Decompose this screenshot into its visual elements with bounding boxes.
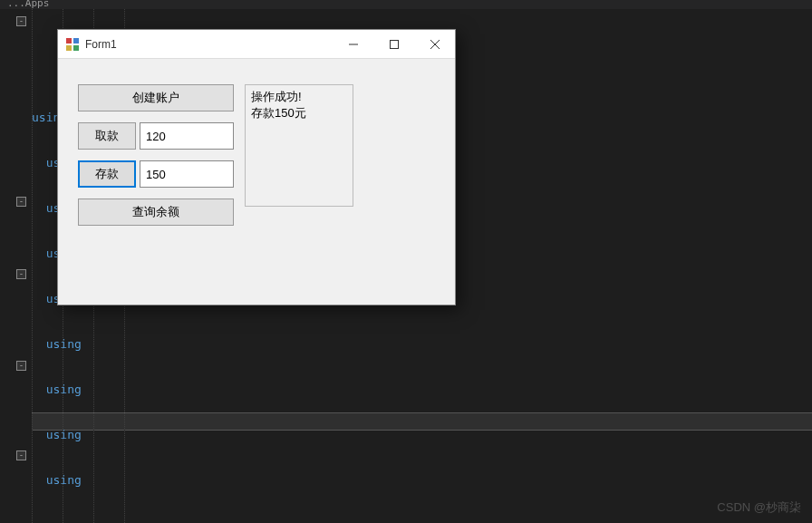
form1-dialog: Form1 创建账户 取款 存款 查询余额 操作成功! 存款150元 [57, 29, 456, 305]
svg-rect-0 [66, 38, 72, 44]
output-line: 操作成功! [251, 89, 347, 105]
fold-icon[interactable]: - [16, 197, 26, 207]
output-line: 存款150元 [251, 105, 347, 121]
minimize-button[interactable] [333, 30, 373, 59]
deposit-input[interactable] [140, 160, 234, 188]
fold-icon[interactable]: - [16, 450, 26, 460]
create-account-button[interactable]: 创建账户 [78, 84, 234, 111]
fold-icon[interactable]: - [16, 269, 26, 279]
deposit-button[interactable]: 存款 [78, 160, 136, 188]
titlebar[interactable]: Form1 [58, 30, 455, 59]
window-title: Form1 [85, 38, 117, 51]
svg-rect-2 [66, 45, 72, 51]
fold-icon[interactable]: - [16, 16, 26, 26]
withdraw-input[interactable] [140, 122, 234, 150]
withdraw-button[interactable]: 取款 [78, 122, 136, 150]
maximize-button[interactable] [373, 30, 414, 59]
tab-left[interactable]: ...Apps [7, 0, 49, 9]
svg-rect-1 [73, 38, 79, 44]
app-icon [65, 37, 80, 52]
close-button[interactable] [414, 30, 455, 59]
fold-icon[interactable]: - [16, 361, 26, 371]
svg-rect-5 [390, 40, 398, 48]
svg-rect-3 [73, 45, 79, 51]
gutter: - - - - - [0, 9, 32, 523]
tab-bar: ...Apps [0, 0, 812, 9]
output-panel: 操作成功! 存款150元 [245, 84, 353, 207]
query-balance-button[interactable]: 查询余额 [78, 199, 234, 226]
